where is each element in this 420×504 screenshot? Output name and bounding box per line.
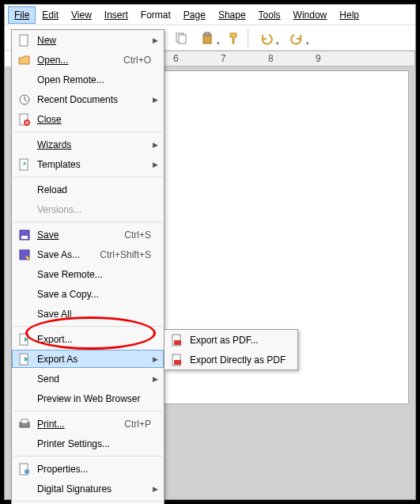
submenu-arrow-icon: ▶: [151, 485, 159, 493]
mi-digital-signatures[interactable]: Digital Signatures ▶: [12, 479, 164, 498]
menubar: File Edit View Insert Format Page Shape …: [5, 5, 415, 25]
mi-print[interactable]: Print... Ctrl+P: [12, 414, 164, 434]
tool-clone-format[interactable]: [223, 28, 244, 48]
folder-open-icon: [17, 52, 32, 68]
mi-save-copy[interactable]: Save a Copy...: [12, 284, 164, 304]
save-icon: [17, 227, 32, 243]
mi-printer-settings[interactable]: Printer Settings...: [12, 434, 164, 453]
menu-separator: [13, 411, 162, 411]
menu-file[interactable]: File: [8, 6, 36, 24]
shortcut: Ctrl+O: [123, 55, 151, 66]
mi-export-pdf[interactable]: Export as PDF...: [165, 330, 297, 350]
mi-close[interactable]: Close: [12, 109, 164, 129]
properties-icon: [17, 461, 32, 477]
menu-view[interactable]: View: [65, 6, 98, 24]
menu-separator: [13, 326, 162, 327]
tool-redo[interactable]: [282, 28, 311, 48]
submenu-arrow-icon: ▶: [151, 355, 159, 363]
menu-separator: [13, 456, 162, 457]
new-doc-icon: [17, 32, 32, 48]
mi-send[interactable]: Send ▶: [12, 369, 164, 388]
svg-rect-14: [205, 32, 210, 36]
app-window: File Edit View Insert Format Page Shape …: [4, 4, 416, 500]
export-icon: [17, 332, 32, 347]
submenu-arrow-icon: ▶: [151, 161, 159, 169]
mi-open-remote[interactable]: Open Remote...: [12, 70, 164, 89]
menu-page[interactable]: Page: [177, 6, 212, 24]
submenu-arrow-icon: ▶: [151, 141, 159, 149]
toolbar-sep: [248, 29, 248, 47]
shortcut: Ctrl+S: [124, 229, 151, 241]
menu-tools[interactable]: Tools: [252, 6, 287, 24]
mi-recent[interactable]: Recent Documents ▶: [12, 89, 164, 109]
tool-copy[interactable]: [171, 28, 191, 48]
templates-icon: [17, 157, 32, 172]
svg-rect-33: [174, 360, 181, 365]
save-as-icon: [17, 247, 32, 263]
clock-icon: [17, 92, 32, 108]
svg-rect-21: [21, 236, 28, 239]
menu-separator: [13, 131, 162, 132]
mi-export[interactable]: Export...: [12, 329, 164, 349]
menu-format[interactable]: Format: [134, 6, 177, 24]
pdf-direct-icon: [169, 352, 185, 368]
mi-properties[interactable]: Properties...: [12, 459, 164, 479]
mi-preview-browser[interactable]: Preview in Web Browser: [12, 388, 164, 408]
svg-point-28: [25, 469, 29, 474]
pdf-icon: [169, 332, 185, 348]
shortcut: Ctrl+Shift+S: [100, 249, 151, 260]
mi-save-as[interactable]: Save As... Ctrl+Shift+S: [12, 244, 164, 264]
menu-separator: [13, 176, 162, 177]
mi-export-direct-pdf[interactable]: Export Directly as PDF: [165, 350, 297, 369]
menu-separator: [13, 501, 162, 502]
submenu-arrow-icon: ▶: [151, 36, 159, 44]
mi-open[interactable]: Open... Ctrl+O: [12, 50, 164, 70]
horizontal-ruler[interactable]: 6 7 8 9: [157, 51, 415, 66]
mi-versions: Versions...: [12, 199, 164, 219]
menu-separator: [13, 222, 162, 222]
mi-reload[interactable]: Reload: [12, 180, 164, 199]
menu-shape[interactable]: Shape: [212, 6, 252, 24]
mi-save-remote[interactable]: Save Remote...: [12, 264, 164, 284]
svg-rect-26: [21, 419, 28, 423]
mi-wizards[interactable]: Wizards ▶: [12, 135, 164, 154]
menu-edit[interactable]: Edit: [36, 6, 65, 24]
close-doc-icon: [17, 112, 32, 127]
mi-export-as[interactable]: Export As ▶: [12, 350, 164, 368]
submenu-arrow-icon: ▶: [151, 96, 159, 104]
tool-paste[interactable]: [193, 28, 221, 48]
file-menu-dropdown: New ▶ Open... Ctrl+O Open Remote... Rece…: [11, 29, 165, 504]
submenu-arrow-icon: ▶: [151, 375, 159, 383]
print-icon: [17, 416, 32, 432]
mi-templates[interactable]: Templates ▶: [12, 154, 164, 174]
menu-help[interactable]: Help: [333, 6, 365, 24]
svg-rect-15: [20, 35, 28, 46]
export-as-icon: [17, 351, 32, 367]
mi-save[interactable]: Save Ctrl+S: [12, 225, 164, 244]
svg-rect-12: [179, 35, 186, 44]
svg-rect-31: [174, 340, 181, 345]
menu-window[interactable]: Window: [287, 6, 334, 24]
shortcut: Ctrl+P: [124, 419, 151, 430]
tool-undo[interactable]: [252, 28, 281, 48]
mi-save-all[interactable]: Save All: [12, 304, 164, 324]
mi-new[interactable]: New ▶: [12, 30, 164, 50]
export-as-submenu: Export as PDF... Export Directly as PDF: [164, 329, 298, 370]
menu-insert[interactable]: Insert: [98, 6, 134, 24]
